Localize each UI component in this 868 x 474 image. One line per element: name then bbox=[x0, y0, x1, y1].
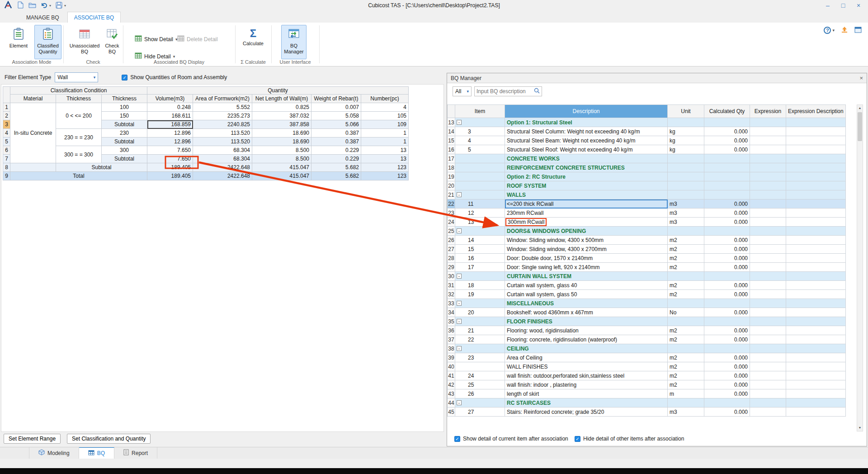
column-header-calculated-qty[interactable]: Calculated Qty bbox=[704, 105, 750, 118]
show-quantities-checkbox[interactable]: ✓ bbox=[122, 75, 127, 81]
quantity-cell[interactable] bbox=[10, 163, 56, 172]
unit-cell[interactable] bbox=[668, 272, 704, 281]
expression-cell[interactable] bbox=[750, 181, 786, 190]
item-cell[interactable]: 23 bbox=[455, 353, 505, 362]
row-number[interactable]: 19 bbox=[448, 172, 455, 181]
row-number[interactable]: 39 bbox=[448, 353, 455, 362]
tab-bq[interactable]: BQ bbox=[79, 447, 114, 459]
column-header-expression-description[interactable]: Expression Description bbox=[786, 105, 846, 118]
help-button[interactable]: ? ▾ bbox=[824, 27, 835, 34]
bq-manager-button[interactable]: BQ Manager bbox=[281, 25, 307, 59]
set-classification-button[interactable]: Set Classification and Quantity bbox=[67, 434, 151, 444]
expression-cell[interactable] bbox=[750, 227, 786, 236]
row-number[interactable]: 32 bbox=[448, 290, 455, 299]
expression-description-cell[interactable] bbox=[786, 263, 846, 272]
expression-cell[interactable] bbox=[750, 408, 786, 417]
quantity-cell[interactable]: 109 bbox=[361, 120, 409, 129]
quantity-cell[interactable]: 105 bbox=[361, 112, 409, 120]
quantity-cell[interactable]: 230 = = 230 bbox=[56, 129, 102, 146]
expression-cell[interactable] bbox=[750, 163, 786, 172]
expression-cell[interactable] bbox=[750, 353, 786, 362]
row-number[interactable]: 17 bbox=[448, 154, 455, 163]
expression-description-cell[interactable] bbox=[786, 236, 846, 245]
row-number[interactable]: 18 bbox=[448, 163, 455, 172]
description-cell[interactable]: WALL FINISHES bbox=[505, 362, 668, 371]
row-number[interactable]: 30 bbox=[448, 272, 455, 281]
expression-description-cell[interactable] bbox=[786, 290, 846, 299]
row-number[interactable]: 45 bbox=[448, 408, 455, 417]
calculated-qty-cell[interactable] bbox=[704, 181, 750, 190]
description-cell[interactable]: Flooring: wood, rigidinsulation bbox=[505, 326, 668, 335]
description-cell[interactable]: Structural Steel Roof: Weight not exceed… bbox=[505, 145, 668, 154]
unit-cell[interactable] bbox=[668, 398, 704, 408]
calculated-qty-cell[interactable]: 0.000 bbox=[704, 380, 750, 389]
quantity-cell[interactable]: 0.387 bbox=[311, 137, 361, 146]
quantity-cell[interactable]: 7.650 bbox=[147, 155, 193, 163]
calculated-qty-cell[interactable]: 0.000 bbox=[704, 362, 750, 371]
calculated-qty-cell[interactable]: 0.000 bbox=[704, 254, 750, 263]
column-header-formwork[interactable]: Area of Formwork(m2) bbox=[193, 95, 252, 103]
item-cell[interactable]: 12 bbox=[455, 209, 505, 218]
expression-cell[interactable] bbox=[750, 272, 786, 281]
expression-cell[interactable] bbox=[750, 154, 786, 163]
undo-icon[interactable] bbox=[41, 2, 47, 9]
item-cell[interactable] bbox=[455, 154, 505, 163]
quantity-cell[interactable]: 5.058 bbox=[311, 112, 361, 120]
row-number[interactable]: 24 bbox=[448, 218, 455, 227]
unit-cell[interactable] bbox=[668, 118, 704, 127]
description-cell[interactable]: Area of Ceiling bbox=[505, 353, 668, 362]
search-icon[interactable] bbox=[534, 88, 540, 95]
expression-description-cell[interactable] bbox=[786, 272, 846, 281]
expression-cell[interactable] bbox=[750, 118, 786, 127]
calculated-qty-cell[interactable] bbox=[704, 272, 750, 281]
unit-cell[interactable] bbox=[668, 317, 704, 326]
save-icon[interactable] bbox=[56, 2, 62, 10]
unit-cell[interactable] bbox=[668, 172, 704, 181]
item-cell[interactable]: 18 bbox=[455, 281, 505, 290]
description-cell[interactable]: Curtain wall system, glass 40 bbox=[505, 281, 668, 290]
quantity-cell[interactable]: 113.520 bbox=[193, 137, 252, 146]
row-number[interactable]: 15 bbox=[448, 136, 455, 145]
quantity-cell[interactable]: In-situ Concrete bbox=[10, 103, 56, 163]
unit-cell[interactable]: m2 bbox=[668, 236, 704, 245]
unit-cell[interactable]: m3 bbox=[668, 408, 704, 417]
description-cell[interactable]: 230mm RCwall bbox=[505, 209, 668, 218]
quantity-cell[interactable]: 18.690 bbox=[252, 129, 311, 137]
row-number[interactable]: 28 bbox=[448, 254, 455, 263]
quantity-cell[interactable]: 0.825 bbox=[252, 103, 311, 112]
expression-description-cell[interactable] bbox=[786, 172, 846, 181]
row-number[interactable]: 6 bbox=[3, 146, 10, 155]
unit-cell[interactable] bbox=[668, 190, 704, 199]
item-cell[interactable]: 3 bbox=[455, 127, 505, 136]
item-cell[interactable]: 20 bbox=[455, 308, 505, 317]
expression-cell[interactable] bbox=[750, 127, 786, 136]
expression-cell[interactable] bbox=[750, 344, 786, 353]
bq-filter-dropdown[interactable]: All ▾ bbox=[453, 86, 472, 96]
description-cell[interactable]: Window: Sliding window, 4300 x 500mm bbox=[505, 236, 668, 245]
calculated-qty-cell[interactable]: 0.000 bbox=[704, 281, 750, 290]
row-number[interactable]: 27 bbox=[448, 245, 455, 254]
unit-cell[interactable]: m3 bbox=[668, 209, 704, 218]
expression-cell[interactable] bbox=[750, 281, 786, 290]
expression-cell[interactable] bbox=[750, 308, 786, 317]
close-button[interactable]: × bbox=[851, 0, 866, 11]
calculated-qty-cell[interactable]: 0.000 bbox=[704, 136, 750, 145]
description-cell[interactable]: wall finish: outdoor,perforated skin,sta… bbox=[505, 371, 668, 380]
quantity-cell[interactable]: 12.896 bbox=[147, 129, 193, 137]
calculated-qty-cell[interactable]: 0.000 bbox=[704, 389, 750, 398]
description-cell[interactable]: Structural Steel Column: Weight not exce… bbox=[505, 127, 668, 136]
quantity-cell[interactable]: 8.500 bbox=[252, 146, 311, 155]
quantity-header[interactable]: Quantity bbox=[147, 87, 409, 95]
unit-cell[interactable]: m3 bbox=[668, 218, 704, 227]
expression-description-cell[interactable] bbox=[786, 136, 846, 145]
expression-description-cell[interactable] bbox=[786, 344, 846, 353]
row-number[interactable]: 34 bbox=[448, 308, 455, 317]
item-cell[interactable]: - bbox=[455, 317, 505, 326]
column-header-thickness2[interactable]: Thickness bbox=[102, 95, 147, 103]
calculated-qty-cell[interactable]: 0.000 bbox=[704, 290, 750, 299]
description-cell[interactable]: Stairs: Reinforced concrete; grade 35/20 bbox=[505, 408, 668, 417]
expression-description-cell[interactable] bbox=[786, 227, 846, 236]
unit-cell[interactable]: m2 bbox=[668, 254, 704, 263]
column-header-material[interactable]: Material bbox=[10, 95, 56, 103]
item-cell[interactable]: - bbox=[455, 344, 505, 353]
